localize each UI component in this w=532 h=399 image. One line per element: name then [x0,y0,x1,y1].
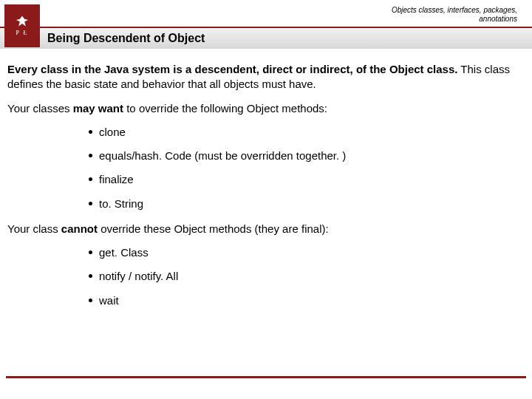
list-item: equals/hash. Code (must be overridden to… [89,149,525,163]
paragraph-3: Your class cannot override these Object … [7,222,525,236]
title-bar: Being Descendent of Object [0,28,532,49]
footer-rule [6,376,526,378]
breadcrumb: Objects classes, interfaces, packages, a… [392,6,517,24]
final-list: get. Class notify / notify. All wait [89,245,525,308]
logo-letters: P Ł [16,30,28,36]
p2-a: Your classes [7,102,73,115]
university-logo: P Ł [4,4,40,47]
override-list: clone equals/hash. Code (must be overrid… [89,125,525,211]
p3-a: Your class [7,222,61,235]
p3-bold: cannot [61,222,98,235]
slide-header: P Ł Objects classes, interfaces, package… [0,0,532,52]
list-item: to. String [89,197,525,211]
paragraph-1: Every class in the Java system is a desc… [7,62,525,92]
p2-b: to override the following Object methods… [123,102,327,115]
breadcrumb-line2: annotations [392,15,517,24]
page-title: Being Descendent of Object [47,32,205,45]
list-item: get. Class [89,245,525,260]
p2-bold: may want [73,102,123,115]
eagle-icon [16,16,28,27]
list-item: finalize [89,172,525,187]
breadcrumb-line1: Objects classes, interfaces, packages, [392,6,517,15]
list-item: notify / notify. All [89,269,525,284]
p3-b: override these Object methods (they are … [98,222,329,235]
list-item: clone [89,125,525,140]
paragraph-2: Your classes may want to override the fo… [7,101,525,116]
p1-bold: Every class in the Java system is a desc… [7,63,457,75]
list-item: wait [89,293,525,308]
slide-content: Every class in the Java system is a desc… [0,52,532,326]
